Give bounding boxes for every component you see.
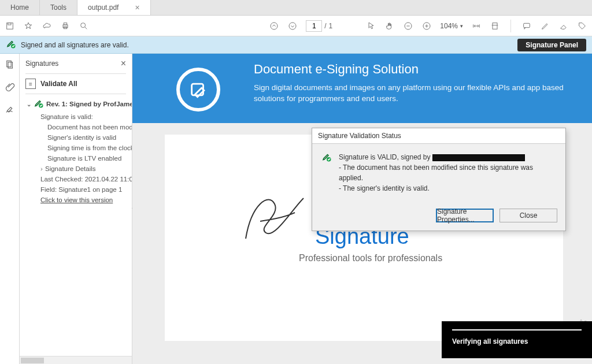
page-up-icon[interactable] [269,21,279,31]
signature-status-bar: Signed and all signatures are valid. Sig… [0,36,592,54]
toolbar: /1 104%▾ [0,16,592,36]
svg-point-7 [289,23,296,29]
dialog-valid-icon [321,152,332,194]
close-tab-icon[interactable]: × [135,3,139,12]
chevron-down-icon: ⌄ [27,101,31,107]
pen-icon[interactable] [540,21,550,31]
signature-rev-row[interactable]: ⌄ Rev. 1: Signed by ProfJamesMor [22,96,130,112]
panel-scrollbar[interactable] [20,356,132,364]
svg-rect-3 [64,23,66,24]
page-down-icon[interactable] [287,21,298,31]
validate-all-icon: ≡ [25,79,36,89]
svg-rect-10 [493,23,497,29]
cloud-icon[interactable] [42,21,52,31]
zoom-out-icon[interactable] [403,21,413,31]
save-icon[interactable] [5,21,15,31]
signature-details-row[interactable]: ›Signature Details [22,164,130,174]
tree-line: Signature is LTV enabled [22,153,130,164]
tagline: Professional tools for professionals [299,253,442,263]
tab-tools[interactable]: Tools [40,0,77,15]
tree-line: Signing time is from the clock [22,143,130,153]
toast-message: Verifying all signatures [452,337,582,346]
tab-home[interactable]: Home [0,0,40,15]
page-indicator: /1 [306,20,332,32]
banner-subtitle: Sign digital documents and images on any… [254,83,578,105]
print-icon[interactable] [60,21,71,31]
fit-width-icon[interactable] [471,21,482,31]
star-icon[interactable] [23,21,34,31]
signature-properties-button[interactable]: Signature Properties... [436,209,494,222]
signature-scribble [234,187,315,250]
tree-line: Field: Signature1 on page 1 [22,184,130,195]
zoom-in-icon[interactable] [421,21,432,31]
attachment-icon[interactable] [5,82,15,94]
hand-icon[interactable] [384,21,395,31]
dialog-close-button[interactable]: Close [500,209,557,222]
svg-rect-1 [8,23,11,24]
svg-rect-13 [6,61,11,67]
banner-title: Document e-Signing Solution [254,62,578,77]
view-version-link[interactable]: Click to view this version [22,195,130,205]
left-rail [0,54,20,364]
tab-bar: Home Tools output.pdf × [0,0,592,16]
tree-line: Document has not been mod [22,122,130,132]
validate-all-button[interactable]: ≡ Validate All [20,74,132,94]
pointer-icon[interactable] [366,21,376,31]
redacted-name [432,154,525,161]
svg-point-5 [81,23,86,27]
signature-status-text: Signed and all signatures are valid. [21,41,129,49]
eraser-icon[interactable] [558,21,569,31]
search-icon[interactable] [79,21,89,31]
tab-file[interactable]: output.pdf × [77,0,151,15]
tree-line: Signer's identity is valid [22,132,130,143]
tag-icon[interactable] [577,21,587,31]
comment-icon[interactable] [521,21,532,31]
signatures-panel: Signatures × ≡ Validate All ⌄ Rev. 1: Si… [20,54,132,364]
signature-panel-button[interactable]: Signature Panel [517,39,586,51]
signatures-panel-title: Signatures [25,60,58,68]
svg-point-6 [271,23,278,29]
tree-line: Last Checked: 2021.04.22 11:06:1 [22,174,130,184]
signature-tree: ⌄ Rev. 1: Signed by ProfJamesMor Signatu… [20,94,132,205]
dialog-title: Signature Validation Status [312,128,565,144]
page-current-input[interactable] [306,20,322,32]
toast-progress [452,329,582,330]
svg-rect-14 [8,62,13,69]
thumbnails-icon[interactable] [5,60,15,72]
fit-page-icon[interactable] [490,21,500,31]
signature-validation-dialog: Signature Validation Status Signature is… [312,128,566,231]
banner: Document e-Signing Solution Sign digital… [132,54,592,123]
tab-file-label: output.pdf [88,3,119,12]
signature-valid-icon [6,39,16,51]
banner-circle-icon [176,68,220,112]
tree-line: Signature is valid: [22,112,130,122]
document-canvas: Document e-Signing Solution Sign digital… [132,54,592,364]
dialog-body-text: Signature is VALID, signed by - The docu… [339,152,556,194]
signature-rail-icon[interactable] [5,105,15,117]
zoom-select[interactable]: 104%▾ [440,22,463,30]
close-panel-icon[interactable]: × [121,58,126,69]
verifying-toast: Verifying all signatures [442,321,592,358]
svg-rect-11 [524,23,530,27]
signature-ok-icon [34,98,44,110]
